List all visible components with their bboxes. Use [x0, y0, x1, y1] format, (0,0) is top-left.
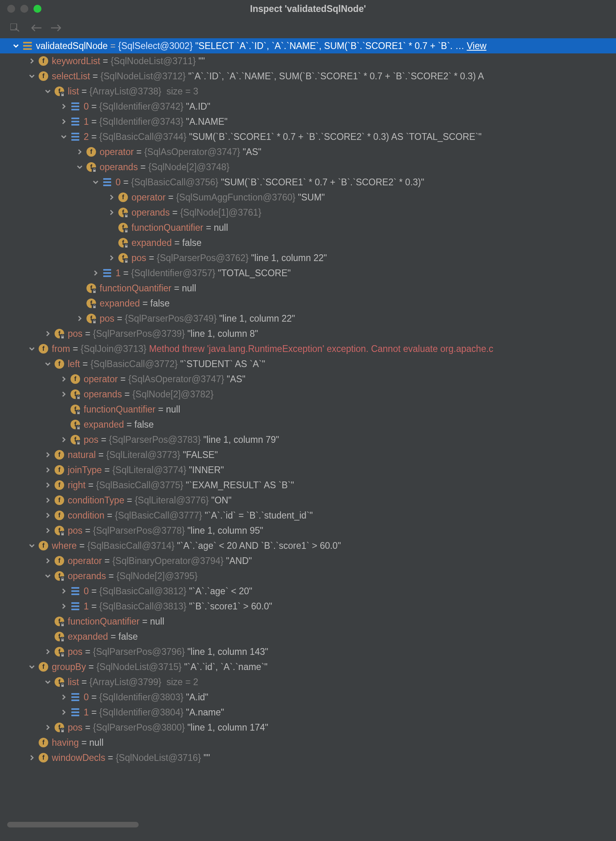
- tree-row[interactable]: f operator = {SqlSumAggFunction@3760} "S…: [0, 190, 616, 205]
- tree-row[interactable]: 0 = {SqlBasicCall@3756} "SUM(`B`.`SCORE1…: [0, 175, 616, 190]
- tree-row[interactable]: f functionQuantifier = null: [0, 614, 616, 629]
- chevron-down-icon[interactable]: [28, 542, 36, 550]
- chevron-right-icon[interactable]: [44, 496, 52, 504]
- tree-row[interactable]: 0 = {SqlIdentifier@3803} "A.id": [0, 690, 616, 705]
- back-icon[interactable]: [30, 24, 41, 32]
- chevron-down-icon[interactable]: [44, 360, 52, 368]
- chevron-right-icon[interactable]: [44, 511, 52, 519]
- chevron-right-icon[interactable]: [60, 708, 68, 716]
- chevron-right-icon[interactable]: [60, 693, 68, 701]
- chevron-right-icon[interactable]: [44, 330, 52, 338]
- tree-row[interactable]: f operands = {SqlNode[2]@3782}: [0, 387, 616, 402]
- lock-icon: [60, 576, 65, 582]
- tree-row[interactable]: f operator = {SqlAsOperator@3747} "AS": [0, 371, 616, 387]
- tree-row[interactable]: 0 = {SqlBasicCall@3812} "`A`.`age` < 20": [0, 584, 616, 599]
- tree-row[interactable]: f from = {SqlJoin@3713} Method threw 'ja…: [0, 341, 616, 356]
- chevron-down-icon[interactable]: [44, 678, 52, 686]
- tree-row[interactable]: f list = {ArrayList@3738} size = 3: [0, 84, 616, 99]
- chevron-down-icon[interactable]: [92, 178, 100, 186]
- chevron-down-icon[interactable]: [44, 572, 52, 580]
- chevron-right-icon[interactable]: [60, 587, 68, 595]
- chevron-down-icon[interactable]: [60, 133, 68, 141]
- tree-row[interactable]: 1 = {SqlIdentifier@3757} "TOTAL_SCORE": [0, 265, 616, 281]
- tree-row[interactable]: f functionQuantifier = null: [0, 281, 616, 296]
- chevron-down-icon[interactable]: [76, 163, 84, 171]
- tree-row[interactable]: f conditionType = {SqlLiteral@3776} "ON": [0, 493, 616, 508]
- chevron-right-icon[interactable]: [44, 481, 52, 489]
- tree-row[interactable]: f selectList = {SqlNodeList@3712} "`A`.`…: [0, 69, 616, 84]
- tree-row[interactable]: 1 = {SqlIdentifier@3743} "A.NAME": [0, 114, 616, 129]
- tree-row[interactable]: f groupBy = {SqlNodeList@3715} "`A`.`id`…: [0, 659, 616, 674]
- chevron-right-icon[interactable]: [44, 557, 52, 565]
- chevron-right-icon[interactable]: [28, 57, 36, 65]
- tree-row[interactable]: f left = {SqlBasicCall@3772} "`STUDENT` …: [0, 356, 616, 371]
- chevron-right-icon[interactable]: [60, 118, 68, 126]
- tree-row[interactable]: f pos = {SqlParserPos@3796} "line 1, col…: [0, 644, 616, 659]
- tree-row[interactable]: f joinType = {SqlLiteral@3774} "INNER": [0, 462, 616, 477]
- tree-row[interactable]: 1 = {SqlIdentifier@3804} "A.name": [0, 705, 616, 720]
- forward-icon[interactable]: [51, 24, 62, 32]
- chevron-right-icon[interactable]: [60, 102, 68, 110]
- chevron-right-icon[interactable]: [60, 390, 68, 398]
- chevron-right-icon[interactable]: [44, 648, 52, 656]
- tree-row[interactable]: f list = {ArrayList@3799} size = 2: [0, 674, 616, 690]
- tree-row[interactable]: f functionQuantifier = null: [0, 220, 616, 235]
- tree-row[interactable]: f condition = {SqlBasicCall@3777} "`A`.`…: [0, 508, 616, 523]
- chevron-down-icon[interactable]: [28, 663, 36, 671]
- tree-row[interactable]: f expanded = false: [0, 417, 616, 432]
- field-icon: f: [54, 328, 65, 339]
- chevron-right-icon[interactable]: [60, 602, 68, 610]
- chevron-down-icon[interactable]: [28, 345, 36, 353]
- chevron-right-icon[interactable]: [60, 436, 68, 444]
- chevron-right-icon[interactable]: [76, 148, 84, 156]
- tree-row[interactable]: f right = {SqlBasicCall@3775} "`EXAM_RES…: [0, 477, 616, 493]
- object-tree[interactable]: validatedSqlNode = {SqlSelect@3002} "SEL…: [0, 38, 616, 833]
- chevron-right-icon[interactable]: [44, 466, 52, 474]
- chevron-right-icon[interactable]: [44, 723, 52, 731]
- tree-row-root[interactable]: validatedSqlNode = {SqlSelect@3002} "SEL…: [0, 38, 616, 53]
- tree-row[interactable]: 2 = {SqlBasicCall@3744} "SUM(`B`.`SCORE1…: [0, 129, 616, 144]
- chevron-right-icon[interactable]: [44, 451, 52, 459]
- chevron-right-icon[interactable]: [60, 375, 68, 383]
- chevron-right-icon[interactable]: [44, 527, 52, 534]
- tree-row[interactable]: f having = null: [0, 735, 616, 750]
- view-link[interactable]: View: [467, 41, 486, 51]
- chevron-right-icon[interactable]: [92, 269, 100, 277]
- tree-row[interactable]: f pos = {SqlParserPos@3749} "line 1, col…: [0, 311, 616, 326]
- tree-row[interactable]: f expanded = false: [0, 629, 616, 644]
- tree-row[interactable]: f pos = {SqlParserPos@3783} "line 1, col…: [0, 432, 616, 447]
- tree-row[interactable]: f operands = {SqlNode[1]@3761}: [0, 205, 616, 220]
- tree-row[interactable]: f natural = {SqlLiteral@3773} "FALSE": [0, 447, 616, 462]
- tree-row[interactable]: f pos = {SqlParserPos@3762} "line 1, col…: [0, 250, 616, 265]
- chevron-right-icon[interactable]: [108, 254, 116, 262]
- chevron-right-icon[interactable]: [76, 314, 84, 322]
- tree-row[interactable]: 1 = {SqlBasicCall@3813} "`B`.`score1` > …: [0, 599, 616, 614]
- tree-row[interactable]: f keywordList = {SqlNodeList@3711} "": [0, 53, 616, 69]
- tree-row[interactable]: 0 = {SqlIdentifier@3742} "A.ID": [0, 99, 616, 114]
- tree-row[interactable]: f pos = {SqlParserPos@3800} "line 1, col…: [0, 720, 616, 735]
- chevron-down-icon[interactable]: [12, 42, 20, 50]
- chevron-down-icon[interactable]: [28, 72, 36, 80]
- tree-row[interactable]: f operands = {SqlNode[2]@3748}: [0, 159, 616, 175]
- horizontal-scrollbar[interactable]: [7, 822, 139, 827]
- tree-row[interactable]: f operator = {SqlBinaryOperator@3794} "A…: [0, 553, 616, 568]
- tree-row[interactable]: f operator = {SqlAsOperator@3747} "AS": [0, 144, 616, 159]
- tree-row[interactable]: f pos = {SqlParserPos@3778} "line 1, col…: [0, 523, 616, 538]
- evaluate-expression-icon[interactable]: [10, 24, 21, 32]
- tree-row[interactable]: f functionQuantifier = null: [0, 402, 616, 417]
- tree-row[interactable]: f windowDecls = {SqlNodeList@3716} "": [0, 750, 616, 765]
- field-icon: f: [54, 646, 65, 657]
- tree-row[interactable]: f pos = {SqlParserPos@3739} "line 1, col…: [0, 326, 616, 341]
- chevron-down-icon[interactable]: [44, 87, 52, 95]
- chevron-right-icon[interactable]: [28, 754, 36, 762]
- tree-row[interactable]: f expanded = false: [0, 296, 616, 311]
- lock-icon: [60, 622, 65, 627]
- tree-row[interactable]: f operands = {SqlNode[2]@3795}: [0, 568, 616, 584]
- svg-rect-1: [61, 94, 64, 96]
- chevron-right-icon[interactable]: [108, 208, 116, 216]
- field-icon: f: [38, 737, 49, 748]
- chevron-right-icon[interactable]: [108, 193, 116, 201]
- lock-icon: [92, 319, 97, 324]
- tree-row[interactable]: f where = {SqlBasicCall@3714} "`A`.`age`…: [0, 538, 616, 553]
- tree-row[interactable]: f expanded = false: [0, 235, 616, 250]
